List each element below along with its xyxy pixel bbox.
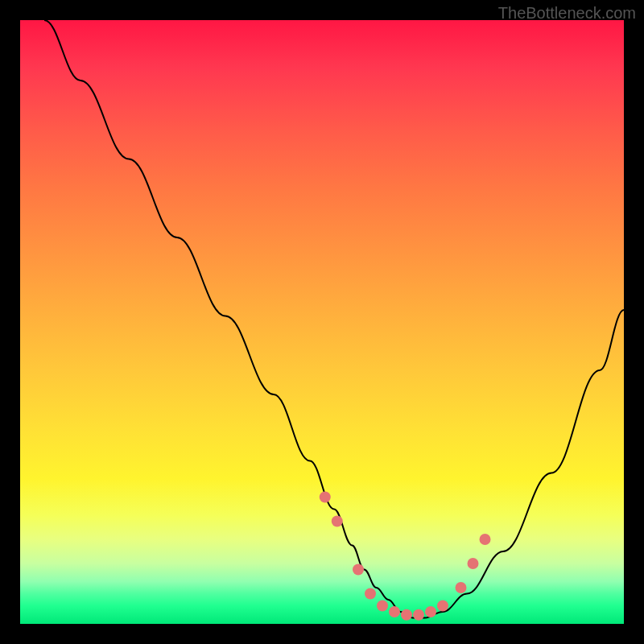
data-marker	[389, 606, 400, 617]
chart-plot-area	[20, 20, 624, 624]
data-marker	[456, 582, 467, 593]
data-marker	[468, 558, 479, 569]
data-marker	[353, 564, 364, 576]
data-marker	[480, 534, 491, 545]
data-marker	[320, 492, 331, 503]
data-marker	[401, 609, 412, 621]
chart-svg	[20, 20, 624, 624]
data-marker	[377, 601, 388, 612]
data-marker	[437, 601, 448, 612]
watermark-text: TheBottleneck.com	[498, 4, 636, 23]
bottleneck-curve	[44, 20, 624, 618]
data-markers	[320, 492, 491, 621]
data-marker	[332, 516, 343, 527]
data-marker	[425, 606, 436, 617]
data-marker	[365, 588, 376, 600]
data-marker	[413, 609, 424, 621]
